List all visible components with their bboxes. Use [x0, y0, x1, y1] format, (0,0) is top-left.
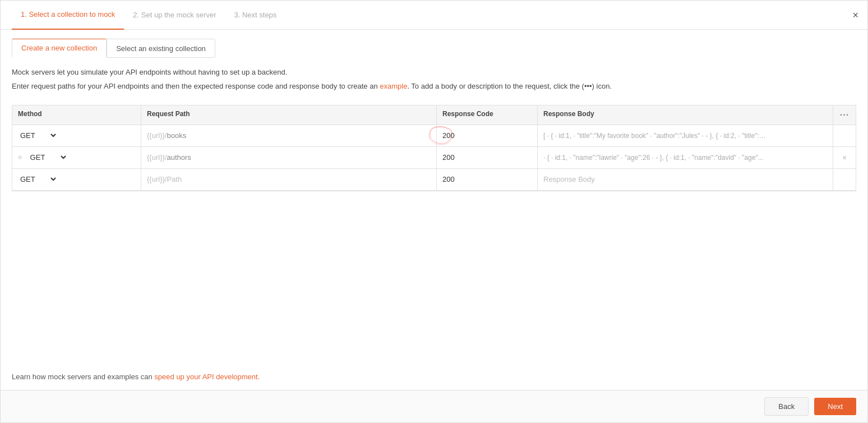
row2-response-body[interactable]: · { · id:1, · "name":"lawrie" · "age":26…: [543, 154, 764, 162]
row1-method-cell: GETPOSTPUTDELETE: [12, 125, 141, 146]
description: Mock servers let you simulate your API e…: [1, 58, 867, 99]
col-response-code: Response Code: [437, 105, 538, 125]
row1-path[interactable]: books: [167, 131, 186, 140]
row3-url-prefix: {{url}}/: [147, 175, 167, 183]
row1-response-body[interactable]: [ · { · id:1, · "title":"My favorite boo…: [543, 132, 768, 140]
description-line1: Mock servers let you simulate your API e…: [12, 67, 856, 79]
drag-handle-icon[interactable]: ≡: [18, 153, 22, 162]
row2-method-select[interactable]: GETPOSTPUTDELETE: [28, 153, 68, 162]
row3-response-body-input[interactable]: [543, 175, 827, 183]
table-row: ≡ GETPOSTPUTDELETE {{url}}/ authors · { …: [12, 147, 856, 169]
step-2[interactable]: 2. Set up the mock server: [124, 1, 225, 30]
step-1[interactable]: 1. Select a collection to mock: [12, 1, 124, 30]
row2-code-input[interactable]: [442, 153, 532, 162]
col-method: Method: [12, 105, 141, 125]
more-icon[interactable]: ···: [840, 110, 849, 119]
row1-code-input[interactable]: [442, 131, 532, 140]
row1-url-prefix: {{url}}/: [147, 131, 167, 140]
steps-bar: 1. Select a collection to mock 2. Set up…: [1, 1, 867, 30]
row1-response-code[interactable]: [437, 125, 538, 146]
speed-up-link[interactable]: speed up your API development.: [154, 373, 260, 381]
col-actions: ···: [833, 105, 856, 125]
row2-method-cell: ≡ GETPOSTPUTDELETE: [12, 147, 141, 168]
example-link[interactable]: example: [380, 82, 407, 90]
row3-response-code[interactable]: [437, 169, 538, 190]
row3-method-select[interactable]: GETPOSTPUTDELETE: [18, 174, 58, 184]
table-header: Method Request Path Response Code Respon…: [12, 105, 856, 125]
row2-path[interactable]: authors: [167, 153, 191, 162]
row1-method-select[interactable]: GETPOSTPUTDELETE: [18, 131, 58, 140]
row3-actions: [833, 169, 856, 190]
tabs-row: Create a new collection Select an existi…: [1, 30, 867, 58]
table-row: GETPOSTPUTDELETE {{url}}/ books [ · { · …: [12, 125, 856, 147]
learn-link-section: Learn how mock servers and examples can …: [1, 364, 867, 390]
tab-existing[interactable]: Select an existing collection: [107, 39, 215, 58]
dialog: 1. Select a collection to mock 2. Set up…: [0, 0, 868, 423]
back-button[interactable]: Back: [764, 397, 809, 416]
close-button[interactable]: ×: [852, 9, 858, 21]
row3-path-cell: {{url}}/: [141, 169, 437, 190]
tab-create-new[interactable]: Create a new collection: [12, 39, 107, 58]
row1-path-cell: {{url}}/ books: [141, 125, 437, 146]
col-response-body: Response Body: [538, 105, 833, 125]
description-line2: Enter request paths for your API endpoin…: [12, 81, 856, 93]
row3-path-input[interactable]: [167, 175, 431, 183]
row2-delete-icon[interactable]: ×: [842, 153, 847, 162]
row2-url-prefix: {{url}}/: [147, 153, 167, 162]
row3-code-input[interactable]: [442, 175, 532, 183]
row2-path-cell: {{url}}/ authors: [141, 147, 437, 168]
footer: Back Next: [1, 390, 867, 422]
row1-actions: [833, 125, 856, 146]
row2-actions: ×: [833, 147, 856, 168]
row3-method-cell: GETPOSTPUTDELETE: [12, 169, 141, 190]
col-request-path: Request Path: [141, 105, 437, 125]
table-row: GETPOSTPUTDELETE {{url}}/: [12, 169, 856, 191]
row1-response-body-cell: [ · { · id:1, · "title":"My favorite boo…: [538, 125, 833, 146]
row3-response-body-cell: [538, 169, 833, 190]
step-3[interactable]: 3. Next steps: [225, 1, 285, 30]
request-table: Method Request Path Response Code Respon…: [12, 105, 856, 191]
row2-response-code[interactable]: [437, 147, 538, 168]
row2-response-body-cell: · { · id:1, · "name":"lawrie" · "age":26…: [538, 147, 833, 168]
next-button[interactable]: Next: [814, 398, 856, 415]
